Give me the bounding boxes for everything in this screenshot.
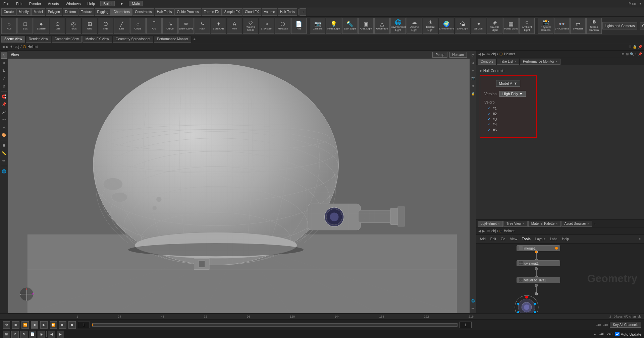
tool-font[interactable]: A Font <box>227 18 242 34</box>
path-arrow-right[interactable]: ▶ <box>6 45 9 49</box>
tool-gi-light[interactable]: ✦ GI Light <box>471 18 486 34</box>
toolbar-plus[interactable]: + <box>300 8 306 16</box>
tool-lsystem[interactable]: ⌖ L-System <box>259 18 274 34</box>
tool-line[interactable]: ╱ Line <box>114 18 129 34</box>
node-uvlayout1[interactable]: uvlayout1 <box>517 260 560 266</box>
tool-switcher[interactable]: ⇄ Switcher <box>570 18 586 34</box>
take-list-close[interactable]: × <box>515 60 516 63</box>
velcro-check-2[interactable]: ✓ <box>488 112 491 116</box>
right-pin-icon[interactable]: 📌 <box>638 52 642 56</box>
tool-select[interactable]: ↖ <box>1 52 7 59</box>
toolbar-deform[interactable]: Deform <box>63 8 78 16</box>
menu-help[interactable]: Help <box>86 2 96 6</box>
no-cam-button[interactable]: No cam <box>449 52 467 58</box>
node-close-btn[interactable]: × <box>637 236 642 242</box>
node-menu-edit[interactable]: Edit <box>489 236 497 242</box>
tool-null2[interactable]: ∅ Null <box>98 18 113 34</box>
tl-btn-start[interactable]: ⏮ <box>12 321 19 329</box>
tool-null[interactable]: ○ Null <box>1 18 17 34</box>
status-btn-2[interactable]: ↺ <box>11 331 19 338</box>
tool-physical-camera[interactable]: 📸 Physical Camera <box>538 18 553 34</box>
tool-box[interactable]: □ Box <box>17 18 33 34</box>
node-arrow-right[interactable]: ▶ <box>482 229 485 233</box>
right-gear-icon[interactable]: ⚙ <box>622 52 625 56</box>
toolbar-hair-tools2[interactable]: Hair Tools <box>278 8 297 16</box>
menu-assets[interactable]: Assets <box>47 2 60 6</box>
toolbar-model[interactable]: Model <box>31 8 45 16</box>
tl-btn-prev[interactable]: ⏪ <box>21 321 29 329</box>
vp-icon-5[interactable]: ⊕ <box>470 83 476 89</box>
node-visualize-uvs1[interactable]: UV visualize_uvs1 <box>517 277 560 283</box>
velcro-check-4[interactable]: ✓ <box>488 122 491 127</box>
tool-arc[interactable]: ⌒ Arc <box>146 18 162 34</box>
tool-grid[interactable]: ⊞ Grid <box>82 18 97 34</box>
status-btn-1[interactable]: ⊞ <box>3 331 10 338</box>
toolbar-polygon[interactable]: Polygon <box>46 8 62 16</box>
velcro-check-5[interactable]: ✓ <box>488 128 491 132</box>
tab-composite-view[interactable]: Composite View <box>52 36 82 43</box>
tool-grid2[interactable]: ⊞ <box>1 142 7 149</box>
node-tab-asset-browser[interactable]: Asset Browser × <box>561 221 592 227</box>
frame-current-input[interactable] <box>78 322 90 328</box>
node-menu-labs[interactable]: Labs <box>549 236 559 242</box>
persp-button[interactable]: Persp <box>432 52 447 58</box>
tool-caustic-light[interactable]: ◈ Caustic Light <box>487 18 502 34</box>
tool-paint[interactable]: 🎨 <box>1 132 7 138</box>
node-tab-close-2[interactable]: × <box>523 222 525 225</box>
vp-icon-6[interactable]: 🔒 <box>470 90 476 97</box>
path-grid-icon[interactable]: ⊞ <box>629 45 631 49</box>
perf-mon-close[interactable]: × <box>555 60 557 63</box>
vp-icon-4[interactable]: 📷 <box>470 75 476 82</box>
tool-spray-art[interactable]: ✦ Spray Art <box>211 18 226 34</box>
viewport[interactable]: View Persp No cam ⬡ 👁 ☀ 📷 ⊕ 🔒 🌐 ✏ <box>8 51 476 313</box>
toolbar-guide-process[interactable]: Guide Process <box>174 8 201 16</box>
auto-update-checkbox[interactable] <box>615 332 620 336</box>
tab-render-view[interactable]: Render View <box>26 36 51 43</box>
tl-btn-loop[interactable]: ⟲ <box>3 321 10 329</box>
vp-icon-7[interactable]: 🌐 <box>470 297 476 304</box>
path-arrow-left[interactable]: ◀ <box>2 45 5 49</box>
tool-spot-light[interactable]: 🔦 Spot Light <box>342 18 358 34</box>
menu-file[interactable]: File <box>2 2 11 6</box>
tab-performance-monitor2[interactable]: Performance Monitor × <box>520 59 560 65</box>
node-tab-obj-helmet[interactable]: obj/Helmet × <box>478 221 503 227</box>
tool-pin[interactable]: 📌 <box>1 101 7 108</box>
tool-measure[interactable]: 📏 <box>1 150 7 156</box>
right-arrow-right[interactable]: ▶ <box>482 52 485 56</box>
tool-draw-curve[interactable]: ✏ Draw Curve <box>178 18 194 34</box>
node-menu-help[interactable]: Help <box>561 236 571 242</box>
status-btn-4[interactable]: 📄 <box>29 331 36 338</box>
tl-btn-stop[interactable]: ■ <box>31 321 38 329</box>
tool-annotate[interactable]: ✏ <box>1 157 7 164</box>
status-btn-5[interactable]: ◉ <box>38 331 45 338</box>
tab-add-button[interactable]: + <box>192 37 197 41</box>
tool-platonic[interactable]: ◇ Platonic Solids <box>243 18 258 34</box>
velcro-check-1[interactable]: ✓ <box>488 106 491 111</box>
tab-scene-view[interactable]: Scene View <box>1 36 25 43</box>
toolbar-hair-tools[interactable]: Hair Tools <box>155 8 174 16</box>
tool-sphere[interactable]: ● Sphere <box>34 18 49 34</box>
velcro-check-3[interactable]: ✓ <box>488 117 491 121</box>
tab-performance-monitor[interactable]: Performance Monitor <box>154 36 191 43</box>
tool-transform[interactable]: ⊕ <box>1 83 7 89</box>
toolbar-collisions[interactable]: Collisions <box>640 22 644 29</box>
node-merge1[interactable]: merge1 <box>517 245 560 251</box>
toolbar-constraints[interactable]: Constraints <box>132 8 154 16</box>
tab-geometry-spreadsheet[interactable]: Geometry Spreadsheet <box>113 36 153 43</box>
tool-scale[interactable]: ⤢ <box>1 75 7 82</box>
node-menu-view[interactable]: View <box>508 236 519 242</box>
key-all-channels-button[interactable]: Key All Channels <box>610 322 641 328</box>
tool-metaball[interactable]: ⬡ Metaball <box>275 18 290 34</box>
node-canvas[interactable]: Geometry merge1 <box>476 244 644 313</box>
tool-volume-light[interactable]: ☁ Volume Light <box>407 18 422 34</box>
version-dropdown[interactable]: High Poly ▼ <box>499 91 526 97</box>
tool-area-light[interactable]: ▣ Area Light <box>358 18 374 34</box>
toolbar-volume[interactable]: Volume <box>262 8 277 16</box>
toolbar-simple-fx[interactable]: Simple FX <box>222 8 242 16</box>
tab-take-list[interactable]: Take List × <box>497 59 519 65</box>
node-tab-close-3[interactable]: × <box>556 222 557 225</box>
toolbar-modify[interactable]: Modify <box>16 8 31 16</box>
node-tab-add[interactable]: + <box>593 222 597 226</box>
timeline-track[interactable] <box>92 323 458 327</box>
vp-icon-bottom[interactable]: ✏ <box>470 305 476 312</box>
